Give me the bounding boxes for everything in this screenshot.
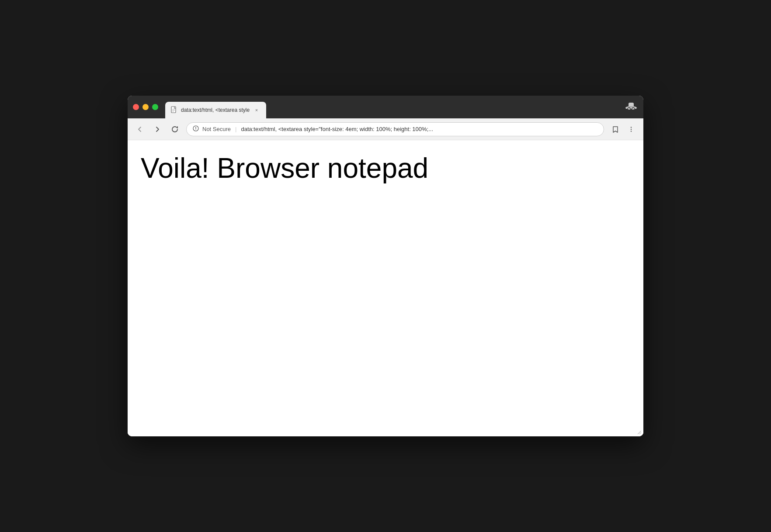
forward-button[interactable] xyxy=(151,123,163,135)
reload-button[interactable] xyxy=(169,123,181,135)
tab-title: data:text/html, <textarea style xyxy=(181,107,250,113)
svg-point-16 xyxy=(631,128,632,129)
active-tab[interactable]: data:text/html, <textarea style × xyxy=(165,102,266,118)
not-secure-label: Not Secure xyxy=(202,126,231,132)
address-url: data:text/html, <textarea style="font-si… xyxy=(241,126,597,132)
address-bar: Not Secure | data:text/html, <textarea s… xyxy=(128,118,643,140)
tab-close-button[interactable]: × xyxy=(253,107,260,114)
bookmark-button[interactable] xyxy=(609,123,622,135)
content-area: Voila! Browser notepad xyxy=(128,140,643,436)
svg-point-17 xyxy=(631,131,632,131)
title-bar-right xyxy=(624,99,638,115)
tab-favicon xyxy=(170,106,177,114)
svg-line-19 xyxy=(639,432,641,434)
svg-rect-6 xyxy=(629,106,634,107)
spy-icon xyxy=(624,99,638,115)
tab-bar: data:text/html, <textarea style × xyxy=(165,96,621,118)
traffic-lights xyxy=(133,104,158,110)
svg-line-18 xyxy=(638,431,641,434)
svg-point-15 xyxy=(631,127,632,128)
title-bar: data:text/html, <textarea style × xyxy=(128,96,643,118)
browser-window: data:text/html, <textarea style × xyxy=(128,96,643,436)
menu-button[interactable] xyxy=(625,123,637,135)
address-bar-right xyxy=(609,123,637,135)
not-secure-icon xyxy=(193,125,199,133)
svg-rect-0 xyxy=(171,107,176,113)
back-button[interactable] xyxy=(134,123,146,135)
minimize-button[interactable] xyxy=(142,104,149,110)
close-button[interactable] xyxy=(133,104,139,110)
address-separator: | xyxy=(235,126,236,132)
notepad-textarea[interactable]: Voila! Browser notepad xyxy=(128,140,643,436)
svg-point-14 xyxy=(195,129,196,130)
address-field[interactable]: Not Secure | data:text/html, <textarea s… xyxy=(186,122,604,136)
resize-handle xyxy=(636,428,642,435)
maximize-button[interactable] xyxy=(152,104,158,110)
